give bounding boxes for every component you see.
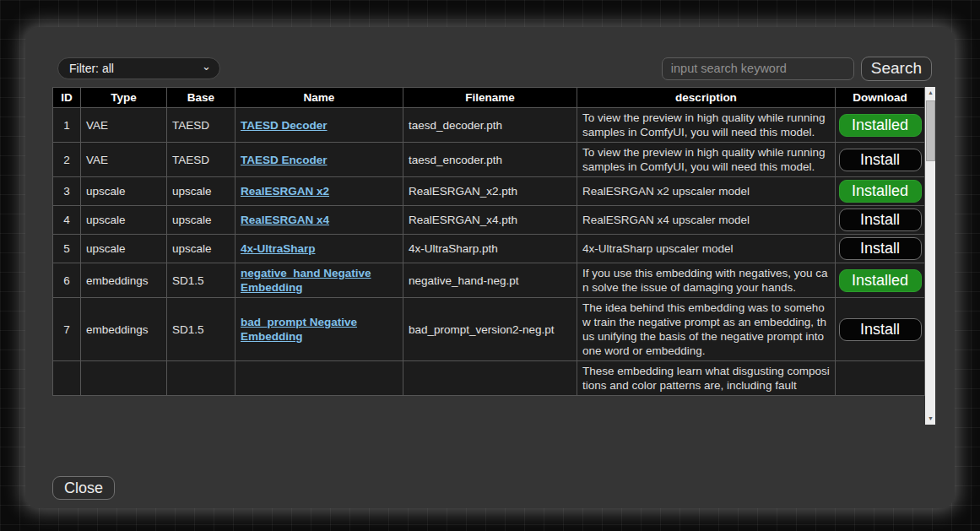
model-name-cell: 4x-UltraSharp [236,235,403,263]
download-cell: Installed [836,108,925,143]
filter-dropdown[interactable]: Filter: all [57,57,220,79]
installed-button[interactable]: Installed [839,180,922,203]
id-cell [53,361,81,396]
column-header-name: Name [236,88,403,108]
description-cell: RealESRGAN x2 upscaler model [577,177,836,206]
toolbar: Filter: all ⌄ Search [57,57,932,80]
filename-cell [403,361,577,396]
id-cell: 5 [53,235,81,263]
id-cell: 4 [53,206,81,235]
close-button[interactable]: Close [52,476,115,500]
model-table: IDTypeBaseNameFilenamedescriptionDownloa… [52,87,925,396]
base-cell: SD1.5 [167,298,236,361]
download-cell [836,361,925,396]
table-row: 4upscaleupscaleRealESRGAN x4RealESRGAN_x… [53,206,925,235]
model-name-link[interactable]: RealESRGAN x4 [241,214,329,226]
search-input[interactable] [662,57,854,80]
type-cell: VAE [81,108,167,143]
description-cell: These embedding learn what disgusting co… [577,361,836,396]
base-cell: upscale [167,235,236,263]
model-manager-dialog: Filter: all ⌄ Search IDTypeBaseNameFilen… [25,27,955,508]
model-name-cell [236,361,403,396]
filename-cell: bad_prompt_version2-neg.pt [403,298,577,361]
table-row: 6embeddingsSD1.5negative_hand Negative E… [53,263,925,298]
table-row: These embedding learn what disgusting co… [53,361,925,396]
model-name-link[interactable]: RealESRGAN x2 [241,185,329,198]
model-name-link[interactable]: 4x-UltraSharp [241,242,316,255]
model-name-cell: TAESD Decoder [236,108,403,143]
id-cell: 6 [53,263,81,298]
installed-button[interactable]: Installed [839,269,922,292]
type-cell [81,361,167,396]
model-name-link[interactable]: bad_prompt Negative Embedding [241,316,357,343]
search-button[interactable]: Search [861,57,932,81]
base-cell: upscale [167,206,236,235]
install-button[interactable]: Install [839,209,922,231]
download-cell: Install [836,206,925,235]
table-row: 1VAETAESDTAESD Decodertaesd_decoder.pthT… [53,108,925,143]
column-header-filename: Filename [403,88,577,108]
model-name-cell: bad_prompt Negative Embedding [236,298,403,361]
id-cell: 1 [53,108,81,143]
column-header-type: Type [81,88,167,108]
description-cell: To view the preview in high quality whil… [577,143,836,177]
type-cell: upscale [81,206,167,235]
column-header-base: Base [167,88,236,108]
scroll-down-arrow-icon[interactable]: ▼ [925,413,935,425]
download-cell: Installed [836,177,925,206]
description-cell: 4x-UltraSharp upscaler model [577,235,836,263]
model-name-cell: negative_hand Negative Embedding [236,263,403,298]
id-cell: 2 [53,143,81,177]
description-cell: To view the preview in high quality whil… [577,108,836,143]
type-cell: VAE [81,143,167,177]
install-button[interactable]: Install [839,149,922,171]
type-cell: embeddings [81,263,167,298]
column-header-id: ID [53,88,81,108]
column-header-download: Download [836,88,925,108]
filename-cell: taesd_encoder.pth [403,143,577,177]
id-cell: 3 [53,177,81,206]
download-cell: Install [836,143,925,177]
filename-cell: taesd_decoder.pth [403,108,577,143]
id-cell: 7 [53,298,81,361]
filename-cell: negative_hand-neg.pt [403,263,577,298]
download-cell: Install [836,298,925,361]
installed-button[interactable]: Installed [839,114,922,137]
table-row: 7embeddingsSD1.5bad_prompt Negative Embe… [53,298,925,361]
scrollbar-thumb[interactable] [926,100,935,161]
vertical-scrollbar[interactable]: ▲ ▼ [925,87,935,425]
model-table-area: IDTypeBaseNameFilenamedescriptionDownloa… [52,87,935,425]
type-cell: embeddings [81,298,167,361]
table-row: 2VAETAESDTAESD Encodertaesd_encoder.pthT… [53,143,925,177]
download-cell: Install [836,235,925,263]
base-cell: SD1.5 [167,263,236,298]
download-cell: Installed [836,263,925,298]
model-name-cell: RealESRGAN x2 [236,177,403,206]
model-name-link[interactable]: TAESD Encoder [241,154,328,166]
description-cell: RealESRGAN x4 upscaler model [577,206,836,235]
type-cell: upscale [81,177,167,206]
base-cell: TAESD [167,108,236,143]
type-cell: upscale [81,235,167,263]
base-cell [167,361,236,396]
model-name-link[interactable]: negative_hand Negative Embedding [241,267,371,294]
table-row: 5upscaleupscale4x-UltraSharp4x-UltraShar… [53,235,925,263]
install-button[interactable]: Install [839,237,922,260]
filename-cell: 4x-UltraSharp.pth [403,235,577,263]
filter-dropdown-wrap: Filter: all ⌄ [57,57,220,79]
table-header-row: IDTypeBaseNameFilenamedescriptionDownloa… [53,88,925,108]
model-name-cell: RealESRGAN x4 [236,206,403,235]
description-cell: The idea behind this embedding was to so… [577,298,836,361]
column-header-description: description [577,88,836,108]
filename-cell: RealESRGAN_x4.pth [403,206,577,235]
filename-cell: RealESRGAN_x2.pth [403,177,577,206]
model-name-cell: TAESD Encoder [236,143,403,177]
install-button[interactable]: Install [839,318,922,341]
table-row: 3upscaleupscaleRealESRGAN x2RealESRGAN_x… [53,177,925,206]
base-cell: upscale [167,177,236,206]
description-cell: If you use this embedding with negatives… [577,263,836,298]
model-name-link[interactable]: TAESD Decoder [241,119,328,132]
base-cell: TAESD [167,143,236,177]
scroll-up-arrow-icon[interactable]: ▲ [925,87,935,99]
